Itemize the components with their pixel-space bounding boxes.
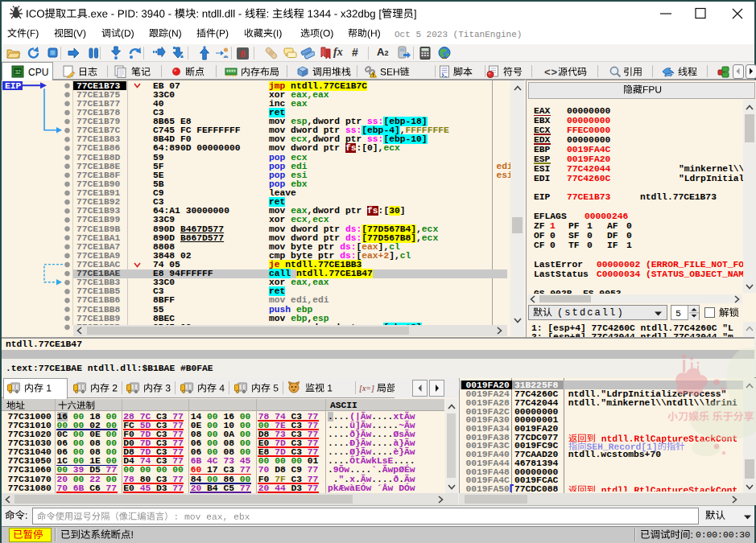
svg-text:32: 32 xyxy=(14,69,21,75)
